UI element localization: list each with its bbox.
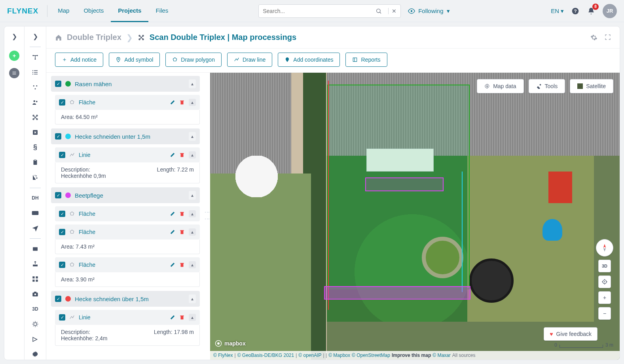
nav-tab-map[interactable]: Map	[51, 0, 76, 22]
item-header[interactable]: ✓ Fläche ▴	[55, 224, 200, 240]
search-box[interactable]: ✕	[258, 4, 401, 18]
rail-grid-icon[interactable]	[29, 273, 42, 285]
item-header[interactable]: ✓ Fläche ▴	[55, 257, 200, 272]
collapse-icon[interactable]: ▴	[189, 151, 196, 158]
checkbox-icon[interactable]: ✓	[59, 314, 65, 321]
rail-upload-icon[interactable]	[29, 258, 42, 270]
rail-dh-icon[interactable]: DH	[29, 192, 42, 204]
edit-icon[interactable]	[170, 262, 175, 268]
rail-clipboard-icon[interactable]	[29, 157, 42, 168]
group-header[interactable]: ✓ Hecke schneiden über 1,5m ▴	[51, 291, 200, 307]
zoom-in-button[interactable]: +	[598, 291, 611, 304]
compass-icon[interactable]	[596, 239, 613, 256]
checkbox-icon[interactable]: ✓	[55, 133, 61, 140]
avatar[interactable]: JR	[603, 4, 617, 18]
checkbox-icon[interactable]: ✓	[59, 99, 65, 106]
expand-icon-rail-icon[interactable]: ❯	[33, 33, 38, 40]
item-header[interactable]: ✓ Linie ▴	[55, 310, 200, 325]
delete-icon[interactable]	[179, 229, 185, 235]
delete-icon[interactable]	[179, 211, 185, 217]
rail-nodes-icon[interactable]	[29, 82, 42, 93]
rail-list-icon[interactable]	[29, 67, 42, 78]
nav-tab-files[interactable]: Files	[148, 0, 175, 22]
draw-line-button[interactable]: Draw line	[227, 53, 272, 67]
map-canvas[interactable]: Map data Tools Satellite	[210, 73, 620, 360]
search-icon[interactable]	[376, 8, 382, 14]
clear-search-icon[interactable]: ✕	[388, 8, 396, 14]
feedback-button[interactable]: ♥ Give feedback	[544, 327, 597, 341]
fullscreen-icon[interactable]	[605, 34, 611, 41]
search-input[interactable]	[263, 8, 376, 14]
overlay-magenta-polygon-1[interactable]	[365, 177, 444, 191]
list-button[interactable]	[9, 68, 19, 78]
rail-bug-icon[interactable]	[29, 319, 42, 330]
nav-tab-objects[interactable]: Objects	[76, 0, 111, 22]
checkbox-icon[interactable]: ✓	[59, 152, 65, 158]
collapse-icon[interactable]: ▴	[189, 261, 196, 268]
edit-icon[interactable]	[170, 211, 175, 217]
edit-icon[interactable]	[170, 229, 175, 235]
edit-icon[interactable]	[170, 100, 175, 105]
group-header[interactable]: ✓ Hecke schneiden unter 1,5m ▴	[51, 128, 200, 144]
collapse-icon[interactable]: ▴	[189, 191, 196, 200]
edit-icon[interactable]	[170, 152, 175, 158]
expand-mini-rail-icon[interactable]: ❯	[12, 33, 17, 40]
rail-people-icon[interactable]	[29, 97, 42, 108]
item-header[interactable]: ✓ Fläche ▴	[55, 206, 200, 221]
add-symbol-button[interactable]: Add symbol	[109, 53, 160, 67]
following-toggle[interactable]: Following ▾	[408, 8, 450, 15]
collapse-icon[interactable]: ▴	[189, 99, 196, 106]
nav-tab-projects[interactable]: Projects	[111, 0, 148, 22]
collapse-icon[interactable]: ▴	[189, 210, 196, 217]
overlay-magenta-polygon-2[interactable]	[324, 286, 470, 300]
settings-icon[interactable]	[590, 34, 597, 41]
3d-toggle-button[interactable]: 3D	[598, 260, 611, 272]
collapse-icon[interactable]: ▴	[189, 314, 196, 321]
delete-icon[interactable]	[179, 152, 185, 158]
checkbox-icon[interactable]: ✓	[55, 192, 61, 198]
collapse-icon[interactable]: ▴	[189, 294, 196, 303]
reports-button[interactable]: Reports	[345, 53, 387, 67]
tools-button[interactable]: Tools	[529, 79, 565, 93]
draw-polygon-button[interactable]: Draw polygon	[165, 53, 222, 67]
map-data-button[interactable]: Map data	[477, 79, 523, 93]
collapse-icon[interactable]: ▴	[189, 79, 196, 88]
help-icon[interactable]: ?	[571, 7, 580, 15]
rail-section-icon[interactable]: §	[29, 142, 42, 153]
rail-live-icon[interactable]	[29, 207, 42, 219]
delete-icon[interactable]	[179, 100, 185, 105]
satellite-button[interactable]: Satellite	[570, 79, 613, 93]
checkbox-icon[interactable]: ✓	[59, 211, 65, 217]
overlay-red-line[interactable]	[328, 81, 329, 310]
breadcrumb-parent[interactable]: Double Triplex	[67, 33, 121, 42]
checkbox-icon[interactable]: ✓	[59, 262, 65, 268]
item-header[interactable]: ✓ Fläche ▴	[55, 95, 200, 110]
split-drag-handle[interactable]: ⋮⋮	[205, 73, 210, 360]
rail-gear-icon[interactable]	[29, 349, 42, 360]
add-coordinates-button[interactable]: Add coordinates	[278, 53, 340, 67]
rail-box-icon[interactable]	[29, 127, 42, 138]
delete-icon[interactable]	[179, 315, 185, 320]
collapse-icon[interactable]: ▴	[189, 132, 196, 141]
collapse-icon[interactable]: ▴	[189, 228, 196, 236]
edit-icon[interactable]	[170, 315, 175, 320]
notifications-icon[interactable]: 8	[587, 7, 596, 15]
language-selector[interactable]: EN▾	[551, 8, 564, 15]
add-notice-button[interactable]: ＋Add notice	[55, 53, 103, 67]
delete-icon[interactable]	[179, 262, 185, 268]
add-button[interactable]: +	[9, 51, 19, 61]
rail-export-icon[interactable]	[29, 172, 42, 183]
rail-drone-icon[interactable]	[29, 112, 42, 123]
rail-plane-icon[interactable]	[29, 223, 42, 234]
zoom-out-button[interactable]: −	[598, 307, 611, 320]
group-header[interactable]: ✓ Beetpflege ▴	[51, 187, 200, 203]
home-icon[interactable]	[55, 34, 62, 41]
group-header[interactable]: ✓ Rasen mähen ▴	[51, 76, 200, 92]
rail-square-icon[interactable]	[29, 243, 42, 255]
locate-button[interactable]	[598, 275, 611, 288]
checkbox-icon[interactable]: ✓	[55, 81, 61, 87]
overlay-cyan-line[interactable]	[462, 172, 463, 292]
rail-camera-icon[interactable]	[29, 289, 42, 300]
rail-network-icon[interactable]	[29, 52, 42, 63]
rail-arrow-icon[interactable]	[29, 334, 42, 345]
